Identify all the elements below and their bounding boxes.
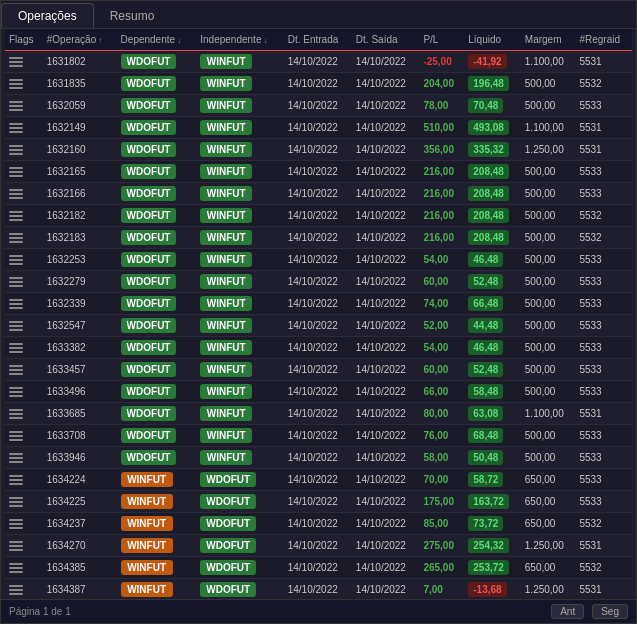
menu-icon[interactable] [9,211,23,221]
menu-icon[interactable] [9,387,23,397]
cell-dependente: WDOFUT [117,425,197,447]
col-operacao[interactable]: #Operação↑ [43,29,117,51]
cell-margem: 500,00 [521,205,576,227]
menu-icon[interactable] [9,123,23,133]
col-dt-entrada: Dt. Entrada [284,29,352,51]
cell-regraid: 5531 [575,117,632,139]
table-row: 1632339WDOFUTWINFUT14/10/202214/10/20227… [5,293,632,315]
cell-operation: 1634224 [43,469,117,491]
menu-icon[interactable] [9,101,23,111]
cell-flags[interactable] [5,183,43,205]
col-independente[interactable]: Independente↓ [196,29,283,51]
pagination-buttons: Ant Seg [551,604,628,619]
cell-operation: 1632166 [43,183,117,205]
cell-independente: WINFUT [196,271,283,293]
prev-page-button[interactable]: Ant [551,604,584,619]
cell-regraid: 5533 [575,425,632,447]
cell-dt-entrada: 14/10/2022 [284,161,352,183]
menu-icon[interactable] [9,277,23,287]
cell-flags[interactable] [5,249,43,271]
cell-dependente: WDOFUT [117,139,197,161]
menu-icon[interactable] [9,167,23,177]
cell-dependente: WINFUT [117,579,197,600]
cell-flags[interactable] [5,337,43,359]
cell-dt-entrada: 14/10/2022 [284,139,352,161]
menu-icon[interactable] [9,299,23,309]
col-pl: P/L [419,29,464,51]
cell-dt-entrada: 14/10/2022 [284,359,352,381]
cell-regraid: 5533 [575,337,632,359]
cell-flags[interactable] [5,95,43,117]
cell-liquido: 58,48 [464,381,521,403]
table-row: 1632547WDOFUTWINFUT14/10/202214/10/20225… [5,315,632,337]
cell-independente: WDOFUT [196,491,283,513]
cell-dt-saida: 14/10/2022 [352,315,420,337]
menu-icon[interactable] [9,321,23,331]
cell-flags[interactable] [5,73,43,95]
cell-flags[interactable] [5,535,43,557]
cell-flags[interactable] [5,51,43,73]
menu-icon[interactable] [9,365,23,375]
cell-flags[interactable] [5,447,43,469]
menu-icon[interactable] [9,431,23,441]
cell-pl: 54,00 [419,249,464,271]
cell-pl: 76,00 [419,425,464,447]
cell-operation: 1633496 [43,381,117,403]
menu-icon[interactable] [9,519,23,529]
cell-dependente: WDOFUT [117,205,197,227]
menu-icon[interactable] [9,453,23,463]
cell-dt-saida: 14/10/2022 [352,161,420,183]
tab-resumo[interactable]: Resumo [94,4,171,28]
cell-independente: WINFUT [196,161,283,183]
menu-icon[interactable] [9,409,23,419]
cell-independente: WDOFUT [196,579,283,600]
menu-icon[interactable] [9,343,23,353]
cell-flags[interactable] [5,293,43,315]
menu-icon[interactable] [9,497,23,507]
table-container: Flags #Operação↑ Dependente↓ Independent… [1,29,636,599]
menu-icon[interactable] [9,233,23,243]
menu-icon[interactable] [9,79,23,89]
cell-flags[interactable] [5,227,43,249]
cell-dt-saida: 14/10/2022 [352,403,420,425]
cell-flags[interactable] [5,381,43,403]
cell-margem: 500,00 [521,381,576,403]
menu-icon[interactable] [9,255,23,265]
sort-icon-operacao: ↑ [98,36,102,45]
menu-icon[interactable] [9,189,23,199]
cell-flags[interactable] [5,513,43,535]
cell-flags[interactable] [5,491,43,513]
next-page-button[interactable]: Seg [592,604,628,619]
cell-dt-entrada: 14/10/2022 [284,469,352,491]
menu-icon[interactable] [9,57,23,67]
menu-icon[interactable] [9,585,23,595]
cell-flags[interactable] [5,161,43,183]
cell-flags[interactable] [5,557,43,579]
cell-flags[interactable] [5,469,43,491]
cell-dt-saida: 14/10/2022 [352,139,420,161]
cell-margem: 500,00 [521,249,576,271]
cell-flags[interactable] [5,205,43,227]
cell-dependente: WDOFUT [117,161,197,183]
col-dependente[interactable]: Dependente↓ [117,29,197,51]
cell-flags[interactable] [5,271,43,293]
menu-icon[interactable] [9,541,23,551]
menu-icon[interactable] [9,475,23,485]
menu-icon[interactable] [9,563,23,573]
cell-flags[interactable] [5,139,43,161]
cell-dependente: WDOFUT [117,51,197,73]
cell-dt-saida: 14/10/2022 [352,359,420,381]
cell-flags[interactable] [5,315,43,337]
menu-icon[interactable] [9,145,23,155]
tab-operacoes[interactable]: Operações [1,3,94,28]
cell-flags[interactable] [5,579,43,600]
cell-liquido: 52,48 [464,359,521,381]
cell-regraid: 5533 [575,469,632,491]
cell-independente: WINFUT [196,315,283,337]
cell-flags[interactable] [5,117,43,139]
cell-flags[interactable] [5,425,43,447]
cell-flags[interactable] [5,403,43,425]
cell-flags[interactable] [5,359,43,381]
cell-pl: -25,00 [419,51,464,73]
col-regraid: #Regraid [575,29,632,51]
